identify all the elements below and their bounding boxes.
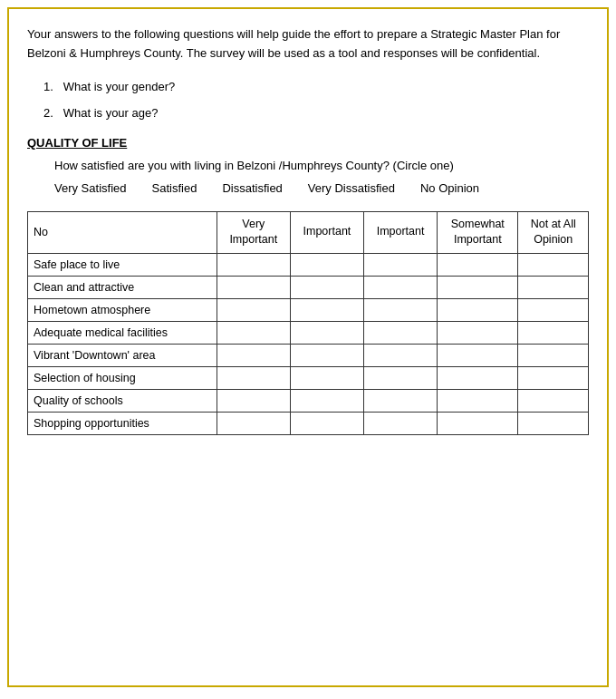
q2-text: What is your age? [63,106,159,120]
table-row: Hometown atmosphere [28,298,589,321]
table-cell [290,366,363,389]
option-no-opinion: No Opinion [420,181,479,195]
table-row: Safe place to live [28,253,589,276]
row-label: Vibrant 'Downtown' area [28,344,217,366]
table-cell [518,412,589,434]
row-label: Selection of housing [28,366,217,389]
row-label: Adequate medical facilities [28,321,217,344]
table-cell [518,389,589,412]
table-cell [217,366,290,389]
table-cell [438,412,518,434]
table-cell [364,344,438,366]
row-label: Safe place to live [28,253,217,276]
table-cell [438,389,518,412]
table-cell [438,298,518,321]
table-cell [364,389,438,412]
table-cell [518,253,589,276]
option-satisfied: Satisfied [152,181,197,195]
option-dissatisfied: Dissatisfied [222,181,282,195]
table-cell [217,389,290,412]
row-label: Clean and attractive [28,276,217,298]
table-row: Adequate medical facilities [28,321,589,344]
table-cell [217,412,290,434]
table-cell [438,366,518,389]
table-cell [217,298,290,321]
col-header-important2: Important [364,211,438,253]
q2-number: 2. [43,106,53,120]
table-cell [364,321,438,344]
col-header-no: No [28,211,217,253]
table-cell [290,276,363,298]
table-cell [290,253,363,276]
table-cell [438,344,518,366]
q1-number: 1. [43,80,53,93]
table-cell [217,344,290,366]
row-label: Shopping opportunities [28,412,217,434]
table-row: Quality of schools [28,389,589,412]
table-cell [217,253,290,276]
col-header-not-at-all: Not at All Opinion [518,211,589,253]
table-cell [518,276,589,298]
table-cell [290,321,363,344]
table-cell [438,321,518,344]
row-label: Quality of schools [28,389,217,412]
col-header-somewhat: Somewhat Important [438,211,518,253]
intro-text: Your answers to the following questions … [27,25,589,63]
table-cell [438,253,518,276]
table-cell [364,276,438,298]
table-row: Vibrant 'Downtown' area [28,344,589,366]
satisfaction-options: Very Satisfied Satisfied Dissatisfied Ve… [54,181,589,195]
table-cell [364,412,438,434]
table-cell [518,366,589,389]
table-cell [518,344,589,366]
question-2: 2. What is your age? [43,106,589,120]
option-very-satisfied: Very Satisfied [54,181,127,195]
table-cell [364,298,438,321]
col-header-very-important: Very Important [217,211,290,253]
table-cell [518,298,589,321]
table-cell [217,321,290,344]
table-cell [290,298,363,321]
table-cell [217,276,290,298]
sub-question: How satisfied are you with living in Bel… [54,159,589,172]
table-row: Shopping opportunities [28,412,589,434]
section-title: QUALITY OF LIFE [27,136,589,150]
table-row: Selection of housing [28,366,589,389]
survey-page: Your answers to the following questions … [7,7,609,687]
table-cell [438,276,518,298]
table-cell [364,366,438,389]
table-cell [364,253,438,276]
question-1: 1. What is your gender? [43,80,589,93]
q1-text: What is your gender? [63,80,176,93]
option-very-dissatisfied: Very Dissatisfied [308,181,395,195]
table-cell [290,412,363,434]
table-row: Clean and attractive [28,276,589,298]
col-header-important: Important [290,211,363,253]
importance-table: No Very Important Important Important So… [27,211,589,435]
table-cell [290,389,363,412]
table-cell [518,321,589,344]
row-label: Hometown atmosphere [28,298,217,321]
table-cell [290,344,363,366]
